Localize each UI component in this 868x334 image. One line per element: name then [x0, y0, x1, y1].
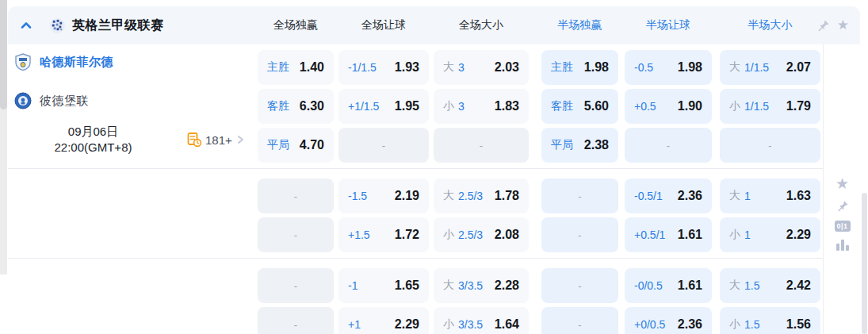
odds-value: 1.95 — [395, 99, 419, 113]
favorite-star-icon[interactable]: ★ — [837, 17, 849, 33]
odds-cell[interactable]: +12.29 — [338, 307, 429, 334]
odds-label: 小1 — [729, 228, 751, 242]
market-column-headers: 全场独赢 全场让球 全场大小 半场独赢 半场让球 半场大小 — [258, 18, 820, 33]
odds-cell[interactable]: 大32.03 — [434, 50, 529, 85]
odds-body: 主胜1.40-1/1.51.93大32.03主胜1.98-0.51.98大1/1… — [8, 44, 860, 334]
odds-cell[interactable]: 平局4.70 — [258, 128, 334, 163]
column-header-half-handicap[interactable]: 半场让球 — [625, 18, 712, 33]
odds-value: 2.42 — [786, 278, 811, 293]
empty-odds-cell: - — [258, 307, 334, 334]
odds-cell[interactable]: 主胜1.98 — [541, 50, 618, 85]
column-header-half-1x2[interactable]: 半场独赢 — [541, 18, 618, 33]
odds-value: 1.61 — [678, 278, 702, 293]
odds-cell[interactable]: 小31.83 — [434, 89, 529, 124]
collapse-chevron-icon[interactable] — [19, 18, 33, 33]
odds-label: -1 — [348, 279, 358, 292]
empty-odds-cell: - — [720, 128, 820, 163]
away-team-name[interactable]: 彼德堡联 — [40, 94, 89, 109]
empty-odds-cell: - — [625, 128, 712, 163]
odds-cell[interactable]: 大1/1.52.07 — [720, 50, 820, 85]
kickoff-date: 09月06日 — [8, 124, 178, 140]
odds-label: -0/0.5 — [634, 279, 663, 292]
more-markets-link[interactable]: 181+ — [186, 122, 245, 157]
stats-icon[interactable] — [836, 240, 849, 251]
betting-odds-screen: 英格兰甲级联赛 全场独赢 全场让球 全场大小 半场独赢 半场让球 半场大小 ★ … — [0, 0, 868, 334]
odds-label: 平局 — [551, 138, 573, 152]
odds-cell[interactable]: 主胜1.40 — [258, 50, 334, 85]
odds-label: 大1/1.5 — [729, 60, 769, 75]
odds-cell[interactable]: 小3/3.51.64 — [434, 307, 529, 334]
odds-cell[interactable]: 小2.5/32.08 — [434, 217, 529, 252]
odds-cell[interactable]: +0/0.52.36 — [625, 307, 712, 334]
odds-cell[interactable]: 客胜6.30 — [258, 89, 334, 124]
no-odds-dash: - — [729, 140, 811, 152]
odds-cell[interactable]: 大1.52.42 — [720, 268, 820, 303]
odds-label: -0.5/1 — [634, 190, 663, 202]
no-odds-dash: - — [267, 229, 324, 241]
odds-value: 5.60 — [584, 99, 609, 113]
odds-cell[interactable]: 大11.63 — [720, 179, 820, 213]
no-odds-dash: - — [443, 140, 519, 152]
odds-cell[interactable]: +0.51.90 — [625, 89, 712, 124]
group-separator — [8, 168, 823, 169]
league-name: 英格兰甲级联赛 — [72, 17, 164, 34]
odds-cell[interactable]: -11.65 — [338, 268, 429, 303]
league-header-left: 英格兰甲级联赛 — [8, 17, 258, 34]
odds-cell[interactable]: -1.52.19 — [338, 179, 429, 213]
odds-label: 客胜 — [551, 99, 573, 113]
odds-label: 大3 — [443, 60, 465, 75]
empty-odds-cell: - — [434, 128, 529, 163]
odds-cell[interactable]: 平局2.38 — [541, 128, 618, 163]
odds-value: 1.93 — [395, 60, 419, 75]
odds-cell[interactable]: 小12.29 — [720, 217, 820, 252]
odds-label: 大2.5/3 — [443, 189, 483, 203]
odds-cell[interactable]: +0.5/11.61 — [625, 217, 712, 252]
home-team-name[interactable]: 哈德斯菲尔德 — [40, 55, 113, 70]
odds-cell[interactable]: -0/0.51.61 — [625, 268, 712, 303]
empty-odds-cell: - — [541, 307, 618, 334]
odds-label: 小2.5/3 — [443, 228, 483, 242]
match-tools-column: ★ 0|1 — [823, 44, 860, 334]
odds-cell[interactable]: -0.5/12.36 — [625, 179, 712, 213]
odds-cell[interactable]: 小1/1.51.79 — [720, 89, 820, 124]
odds-value: 1.98 — [678, 60, 702, 75]
odds-label: -1.5 — [348, 190, 367, 202]
empty-odds-cell: - — [541, 179, 618, 213]
more-markets-count[interactable]: 181+ — [205, 133, 232, 147]
right-scrollbar[interactable] — [861, 0, 868, 334]
empty-odds-cell: - — [258, 179, 334, 213]
chevron-right-icon — [235, 135, 245, 144]
right-scrollbar-thumb[interactable] — [862, 193, 867, 334]
odds-cell[interactable]: +1/1.51.95 — [338, 89, 429, 124]
empty-odds-cell: - — [541, 268, 618, 303]
away-team-row[interactable]: 彼德堡联 — [14, 83, 89, 118]
odds-cell[interactable]: -1/1.51.93 — [338, 50, 429, 85]
odds-cell[interactable]: -0.51.98 — [625, 50, 712, 85]
odds-label: 小1.5 — [729, 317, 759, 332]
score-icon[interactable]: 0|1 — [835, 221, 851, 232]
odds-cell[interactable]: 大3/3.52.28 — [434, 268, 529, 303]
odds-label: +0.5 — [634, 100, 656, 113]
column-header-half-overunder[interactable]: 半场大小 — [720, 18, 820, 33]
kickoff-clock: 22:00(GMT+8) — [8, 140, 178, 155]
odds-label: -0.5 — [634, 61, 653, 74]
home-team-row[interactable]: 哈德斯菲尔德 — [14, 44, 113, 79]
odds-cell[interactable]: 小1.51.56 — [720, 307, 820, 334]
left-scrollbar[interactable] — [0, 0, 7, 274]
odds-label: +0.5/1 — [634, 228, 665, 241]
no-odds-dash: - — [551, 229, 609, 241]
odds-cell[interactable]: 客胜5.60 — [541, 89, 618, 124]
odds-cell[interactable]: 大2.5/31.78 — [434, 179, 529, 213]
no-odds-dash: - — [267, 280, 324, 292]
odds-value: 1.63 — [786, 189, 811, 203]
no-odds-dash: - — [551, 280, 609, 292]
favorite-star-icon[interactable]: ★ — [835, 176, 849, 192]
match-info-slot — [8, 179, 258, 213]
left-scrollbar-thumb[interactable] — [0, 0, 7, 109]
odds-label: +1 — [348, 318, 361, 331]
no-odds-dash: - — [551, 319, 609, 331]
pin-icon[interactable] — [836, 200, 849, 213]
pin-icon[interactable] — [816, 19, 830, 33]
home-team-badge-icon — [14, 53, 32, 71]
odds-cell[interactable]: +1.51.72 — [338, 217, 429, 252]
